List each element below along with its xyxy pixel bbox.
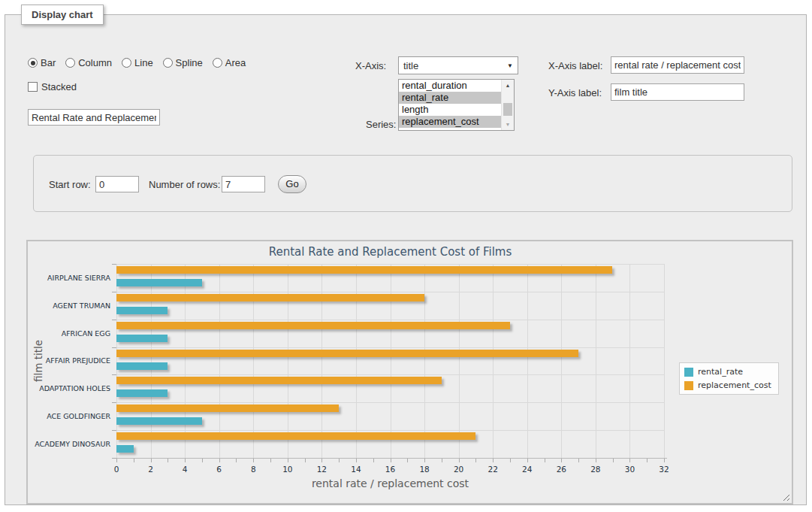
bar-replacement_cost[interactable] <box>116 432 475 440</box>
y-axis-label-input[interactable] <box>611 83 744 101</box>
x-axis-tick <box>236 459 237 462</box>
series-option-length[interactable]: length <box>399 104 501 116</box>
x-axis-tick <box>305 459 306 462</box>
series-option-rental-rate[interactable]: rental_rate <box>399 92 501 104</box>
radio-icon <box>122 58 131 68</box>
chart-type-radio-group: Bar Column Line Spline Area <box>28 57 246 68</box>
gridline-vertical <box>527 264 528 458</box>
radio-label: Spline <box>176 57 203 68</box>
bar-replacement_cost[interactable] <box>116 404 339 412</box>
bar-rental_rate[interactable] <box>116 445 134 453</box>
x-tick-label: 24 <box>518 465 537 474</box>
x-tick-label: 28 <box>586 465 605 474</box>
x-axis-title: rental rate / replacement cost <box>116 477 664 489</box>
x-axis-tick <box>596 459 596 462</box>
x-axis-select[interactable]: title ▼ <box>398 56 518 74</box>
x-axis-tick <box>613 459 614 462</box>
radio-label: Area <box>225 57 246 68</box>
series-options: rental_duration rental_rate length repla… <box>399 80 501 130</box>
chart-type-radio-bar[interactable]: Bar <box>28 57 56 68</box>
gridline-horizontal <box>116 402 664 403</box>
num-rows-input[interactable] <box>222 176 265 192</box>
category-label: AFFAIR PREJUDICE <box>28 347 110 375</box>
chart-area: Rental Rate and Replacement Cost of Film… <box>28 241 792 503</box>
x-axis-tick <box>391 459 391 462</box>
x-axis-tick <box>629 459 630 462</box>
radio-label: Column <box>78 57 112 68</box>
y-axis-tick <box>112 347 116 348</box>
category-label: ADAPTATION HOLES <box>28 374 110 402</box>
stacked-checkbox[interactable]: Stacked <box>28 81 77 92</box>
y-axis-label-label: Y-Axis label: <box>548 87 602 98</box>
display-chart-fieldset: Bar Column Line Spline Area Stacked <box>5 14 807 505</box>
y-axis-tick <box>112 430 116 431</box>
bar-replacement_cost[interactable] <box>116 294 424 301</box>
bar-rental_rate[interactable] <box>116 389 168 397</box>
bar-replacement_cost[interactable] <box>116 322 510 329</box>
series-option-replacement-cost[interactable]: replacement_cost <box>399 116 501 128</box>
chart-type-radio-line[interactable]: Line <box>122 57 153 68</box>
bar-rental_rate[interactable] <box>116 417 202 425</box>
bar-replacement_cost[interactable] <box>116 350 578 357</box>
x-axis-label-label: X-Axis label: <box>548 60 602 71</box>
radio-icon <box>163 58 173 68</box>
x-tick-label: 30 <box>620 465 639 474</box>
gridline-horizontal <box>116 347 664 348</box>
x-tick-label: 22 <box>483 465 503 474</box>
gridline-vertical <box>664 264 665 458</box>
x-tick-label: 32 <box>654 465 674 474</box>
chart-type-radio-spline[interactable]: Spline <box>163 57 203 68</box>
gridline-horizontal <box>116 374 664 375</box>
x-axis-tick <box>647 459 647 462</box>
legend-item-rental_rate[interactable]: rental_rate <box>684 367 771 377</box>
chart-type-radio-column[interactable]: Column <box>65 57 112 68</box>
bar-replacement_cost[interactable] <box>116 377 442 384</box>
chart-type-radio-area[interactable]: Area <box>213 57 246 68</box>
gridline-vertical <box>219 264 220 458</box>
checkbox-icon <box>28 82 38 92</box>
gridline-vertical <box>321 264 322 458</box>
chart-title: Rental Rate and Replacement Cost of Film… <box>116 245 664 259</box>
gridline-horizontal <box>116 264 664 265</box>
y-axis-tick <box>112 264 116 265</box>
bar-rental_rate[interactable] <box>116 279 202 286</box>
category-label: AGENT TRUMAN <box>28 292 110 320</box>
scroll-up-icon[interactable]: ▲ <box>502 80 514 91</box>
scrollbar-thumb[interactable] <box>503 103 512 116</box>
x-axis-line <box>116 458 667 459</box>
x-tick-label: 16 <box>381 465 400 474</box>
x-axis-tick <box>373 459 374 462</box>
gridline-vertical <box>356 264 357 458</box>
x-axis-tick <box>442 459 442 462</box>
bar-replacement_cost[interactable] <box>116 266 612 274</box>
y-axis-tick <box>112 292 116 292</box>
gridline-vertical <box>493 264 494 458</box>
go-button[interactable]: Go <box>278 175 306 193</box>
legend-item-replacement_cost[interactable]: replacement_cost <box>684 380 771 390</box>
x-axis-tick <box>168 459 168 462</box>
bar-rental_rate[interactable] <box>116 362 168 370</box>
x-axis-tick <box>356 459 357 462</box>
x-axis-tick <box>545 459 545 462</box>
x-axis-label-input[interactable] <box>611 56 744 74</box>
checkbox-label: Stacked <box>41 81 77 92</box>
resize-handle-icon[interactable] <box>780 492 789 501</box>
x-axis-tick <box>339 459 340 462</box>
chart-container: Rental Rate and Replacement Cost of Film… <box>26 240 793 504</box>
x-tick-label: 4 <box>175 465 195 474</box>
chart-title-input[interactable] <box>28 109 160 126</box>
x-axis-tick <box>202 459 203 462</box>
listbox-scrollbar[interactable]: ▲ ▼ <box>501 80 514 130</box>
scroll-down-icon[interactable]: ▼ <box>502 119 514 130</box>
gridline-horizontal <box>116 292 664 292</box>
series-option-rental-duration[interactable]: rental_duration <box>399 80 501 92</box>
bar-rental_rate[interactable] <box>116 335 168 342</box>
y-axis-tick <box>112 374 116 375</box>
gridline-vertical <box>151 264 152 458</box>
bar-rental_rate[interactable] <box>116 307 168 314</box>
display-chart-tab[interactable]: Display chart <box>21 5 104 25</box>
gridline-vertical <box>459 264 460 458</box>
x-tick-label: 12 <box>312 465 331 474</box>
start-row-input[interactable] <box>95 176 139 192</box>
legend-label: rental_rate <box>698 367 743 377</box>
